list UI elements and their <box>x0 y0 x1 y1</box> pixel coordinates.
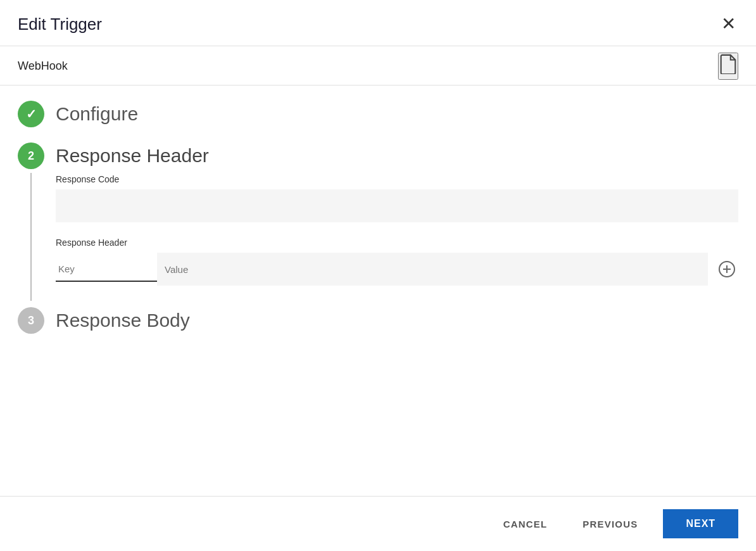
modal-body: ✓ Configure 2 Response Header <box>0 86 756 496</box>
response-code-group: Response Code <box>56 174 738 222</box>
step-2-content: Response Header Response Code Response H… <box>56 142 738 301</box>
file-icon-button[interactable] <box>718 53 738 80</box>
cancel-button[interactable]: CANCEL <box>493 511 558 537</box>
response-header-group: Response Header <box>56 238 738 286</box>
step-1-title: Configure <box>56 101 738 125</box>
response-code-input[interactable] <box>56 189 738 222</box>
file-icon <box>719 54 737 74</box>
step-2-number: 2 <box>28 149 34 163</box>
modal-footer: CANCEL PREVIOUS NEXT <box>0 496 756 551</box>
previous-button[interactable]: PREVIOUS <box>572 511 648 537</box>
step-3-indicator: 3 <box>18 307 44 334</box>
modal-subheader: WebHook <box>0 46 756 86</box>
step-3-circle: 3 <box>18 307 44 334</box>
webhook-label: WebHook <box>18 60 68 73</box>
value-input[interactable] <box>157 253 708 286</box>
add-header-button[interactable] <box>715 258 738 281</box>
step-2-indicator: 2 <box>18 142 44 301</box>
step-2-title: Response Header <box>56 142 738 167</box>
value-input-wrap <box>157 253 708 286</box>
next-button[interactable]: NEXT <box>663 509 738 538</box>
response-header-row <box>56 253 738 286</box>
modal-title: Edit Trigger <box>18 15 102 34</box>
step-1-section: ✓ Configure <box>18 101 738 127</box>
step-1-indicator: ✓ <box>18 101 44 127</box>
key-input-wrap <box>56 257 157 282</box>
step-3-section: 3 Response Body <box>18 307 738 334</box>
step-3-title: Response Body <box>56 307 738 331</box>
add-circle-icon <box>718 260 736 278</box>
step-3-number: 3 <box>28 314 34 327</box>
step-1-circle: ✓ <box>18 101 44 127</box>
modal-header: Edit Trigger ✕ <box>0 0 756 46</box>
step-2-circle: 2 <box>18 142 44 169</box>
response-code-label: Response Code <box>56 174 738 184</box>
close-button[interactable]: ✕ <box>719 13 738 35</box>
response-header-label: Response Header <box>56 238 738 248</box>
close-icon: ✕ <box>721 14 736 34</box>
step-3-content: Response Body <box>56 307 738 334</box>
step-2-form: Response Code Response Header <box>56 174 738 286</box>
step-1-content: Configure <box>56 101 738 127</box>
step-1-checkmark: ✓ <box>26 106 37 122</box>
step-2-section: 2 Response Header Response Code Response… <box>18 142 738 301</box>
step-2-line <box>30 173 32 301</box>
edit-trigger-modal: Edit Trigger ✕ WebHook ✓ Configure <box>0 0 756 551</box>
key-input[interactable] <box>56 257 157 282</box>
